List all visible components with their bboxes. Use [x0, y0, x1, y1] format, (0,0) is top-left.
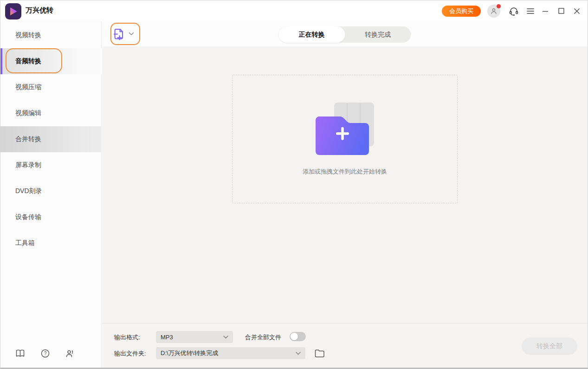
svg-text:?: ? — [44, 351, 46, 356]
file-dropzone[interactable]: 添加或拖拽文件到此处开始转换 — [232, 75, 458, 203]
help-icon[interactable]: ? — [40, 348, 50, 358]
merge-all-label: 合并全部文件 — [245, 333, 281, 342]
add-file-icon — [113, 28, 125, 40]
output-settings-bar: 输出格式: MP3 合并全部文件 输出文件夹: D:\万兴优转\转换完成 — [102, 323, 588, 368]
output-folder-select[interactable]: D:\万兴优转\转换完成 — [156, 347, 305, 359]
sidebar-item-label: 视频转换 — [15, 31, 41, 39]
toolbar: 正在转换 转换完成 — [102, 21, 588, 47]
account-avatar[interactable] — [487, 5, 500, 18]
guide-book-icon[interactable] — [15, 348, 25, 358]
app-title: 万兴优转 — [26, 6, 53, 15]
sidebar-item-label: 屏幕录制 — [15, 161, 41, 169]
chevron-down-icon — [129, 32, 134, 36]
open-folder-icon[interactable] — [314, 348, 325, 359]
tab-converting[interactable]: 正在转换 — [279, 26, 345, 43]
chevron-down-icon — [296, 352, 301, 355]
maximize-icon[interactable] — [553, 3, 569, 19]
sidebar-item-label: 视频编辑 — [15, 109, 41, 117]
chevron-down-icon — [223, 336, 228, 339]
buy-membership-button[interactable]: 会员购买 — [442, 6, 481, 17]
output-folder-label: 输出文件夹: — [114, 350, 146, 358]
app-logo-icon — [5, 3, 21, 19]
title-bar: 万兴优转 会员购买 — [0, 0, 588, 21]
sidebar-item-video-compress[interactable]: 视频压缩 — [0, 74, 102, 100]
user-icon — [490, 7, 498, 15]
sidebar-item-label: 合并转换 — [15, 135, 41, 143]
convert-all-button[interactable]: 转换全部 — [522, 337, 577, 355]
output-format-value: MP3 — [161, 334, 223, 341]
sidebar: 视频转换 音频转换 视频压缩 视频编辑 合并转换 屏幕录制 DVD刻录 设备传输… — [0, 21, 102, 368]
tab-finished[interactable]: 转换完成 — [345, 26, 411, 43]
output-folder-value: D:\万兴优转\转换完成 — [161, 349, 296, 357]
sidebar-item-merge-convert[interactable]: 合并转换 — [0, 126, 102, 152]
toggle-knob — [291, 333, 298, 340]
content-area: 正在转换 转换完成 — [102, 21, 588, 368]
active-indicator-bar — [0, 48, 2, 74]
convert-status-tabs: 正在转换 转换完成 — [279, 26, 411, 43]
notification-dot — [497, 4, 501, 8]
app-window: 万兴优转 会员购买 — [0, 0, 588, 369]
sidebar-item-label: 音频转换 — [15, 57, 41, 65]
sidebar-footer: ? — [0, 348, 102, 358]
sidebar-item-label: DVD刻录 — [15, 187, 42, 195]
sidebar-item-toolbox[interactable]: 工具箱 — [0, 230, 102, 256]
close-icon[interactable] — [569, 3, 585, 19]
sidebar-item-screen-record[interactable]: 屏幕录制 — [0, 152, 102, 178]
task-list-area: 添加或拖拽文件到此处开始转换 — [102, 48, 588, 323]
merge-all-toggle[interactable] — [290, 332, 306, 341]
output-format-label: 输出格式: — [114, 333, 140, 342]
sidebar-item-label: 设备传输 — [15, 213, 41, 221]
support-headset-icon[interactable] — [507, 4, 521, 18]
add-folder-icon — [316, 103, 374, 155]
sidebar-item-video-edit[interactable]: 视频编辑 — [0, 100, 102, 126]
menu-icon[interactable] — [523, 4, 537, 18]
sidebar-item-audio-convert[interactable]: 音频转换 — [0, 48, 102, 74]
dropzone-hint: 添加或拖拽文件到此处开始转换 — [303, 168, 387, 176]
sidebar-item-device-transfer[interactable]: 设备传输 — [0, 204, 102, 230]
sidebar-item-video-convert[interactable]: 视频转换 — [0, 22, 102, 48]
sidebar-item-label: 工具箱 — [15, 239, 35, 247]
add-file-button[interactable] — [113, 26, 137, 42]
output-format-select[interactable]: MP3 — [156, 331, 233, 343]
sidebar-item-dvd-burn[interactable]: DVD刻录 — [0, 178, 102, 204]
community-icon[interactable] — [65, 348, 75, 358]
minimize-icon[interactable] — [537, 3, 553, 19]
sidebar-item-label: 视频压缩 — [15, 83, 41, 91]
